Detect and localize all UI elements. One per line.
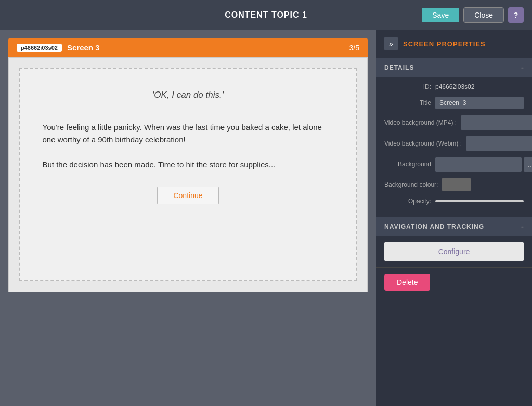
details-collapse-icon: - (521, 63, 524, 72)
background-dots-icon: … (528, 161, 533, 168)
opacity-slider[interactable] (435, 200, 524, 202)
video-webm-field: … (466, 136, 532, 151)
id-label: ID: (384, 83, 431, 90)
panel-body: DETAILS - ID: p46662i03s02 Title Video b… (376, 58, 532, 406)
configure-button[interactable]: Configure (384, 242, 524, 261)
video-webm-input[interactable] (466, 136, 532, 151)
app-title: CONTENT TOPIC 1 (225, 10, 307, 20)
title-row: Title (384, 97, 524, 109)
background-row: Background … ⊞ (384, 157, 524, 172)
screen-counter: 3/5 (349, 44, 359, 52)
video-webm-row: Video background (Webm) : … (384, 136, 524, 151)
nav-collapse-icon: - (521, 222, 524, 231)
screen-id-badge: p46662i03s02 (17, 44, 62, 52)
video-mp4-label: Video background (MP4) : (384, 119, 457, 126)
bg-colour-label: Background colour: (384, 181, 438, 188)
opacity-label: Opacity: (384, 198, 431, 205)
nav-section: Configure (376, 236, 532, 267)
bg-colour-box[interactable] (442, 178, 471, 191)
background-browse-button[interactable]: … (524, 157, 532, 172)
panel-title: SCREEN PROPERTIES (403, 40, 486, 48)
background-label: Background (384, 161, 431, 168)
save-button[interactable]: Save (422, 8, 459, 22)
id-row: ID: p46662i03s02 (384, 83, 524, 90)
left-panel: p46662i03s02 Screen 3 3/5 'OK, I can do … (0, 30, 376, 406)
screen-title-left: p46662i03s02 Screen 3 (17, 43, 100, 52)
details-section: ID: p46662i03s02 Title Video background … (376, 77, 532, 217)
delete-button[interactable]: Delete (384, 274, 430, 291)
video-mp4-row: Video background (MP4) : … (384, 115, 524, 130)
app-header: CONTENT TOPIC 1 Save Close ? (0, 0, 532, 30)
details-section-header[interactable]: DETAILS - (376, 58, 532, 77)
background-input[interactable] (435, 157, 522, 172)
dashed-content-box: 'OK, I can do this.' You're feeling a li… (19, 68, 357, 281)
video-mp4-input[interactable] (461, 115, 532, 130)
id-value: p46662i03s02 (435, 83, 474, 90)
body-paragraph1: You're feeling a little panicky. When wa… (43, 121, 334, 146)
screen-header: p46662i03s02 Screen 3 3/5 (8, 38, 368, 57)
title-input[interactable] (435, 97, 524, 109)
delete-section: Delete (376, 267, 532, 297)
quote-text: 'OK, I can do this.' (152, 90, 224, 100)
bg-colour-row: Background colour: (384, 178, 524, 191)
help-button[interactable]: ? (508, 7, 524, 23)
video-webm-label: Video background (Webm) : (384, 140, 462, 147)
header-actions: Save Close ? (422, 7, 524, 23)
video-mp4-field: … (461, 115, 532, 130)
body-text: You're feeling a little panicky. When wa… (43, 121, 334, 171)
body-paragraph2: But the decision has been made. Time to … (43, 159, 334, 171)
main-content: p46662i03s02 Screen 3 3/5 'OK, I can do … (0, 30, 532, 406)
screen-name: Screen 3 (67, 43, 100, 52)
nav-section-header[interactable]: NAVIGATION AND TRACKING - (376, 217, 532, 236)
nav-label: NAVIGATION AND TRACKING (384, 223, 484, 230)
panel-header: » SCREEN PROPERTIES (376, 30, 532, 58)
collapse-panel-button[interactable]: » (384, 37, 398, 50)
screen-content-area: 'OK, I can do this.' You're feeling a li… (8, 57, 368, 292)
background-field: … ⊞ (435, 157, 532, 172)
details-label: DETAILS (384, 64, 414, 71)
continue-button[interactable]: Continue (157, 187, 218, 204)
title-label: Title (384, 99, 431, 107)
close-button[interactable]: Close (463, 7, 504, 23)
right-panel: » SCREEN PROPERTIES DETAILS - ID: p46662… (376, 30, 532, 406)
opacity-row: Opacity: (384, 198, 524, 205)
